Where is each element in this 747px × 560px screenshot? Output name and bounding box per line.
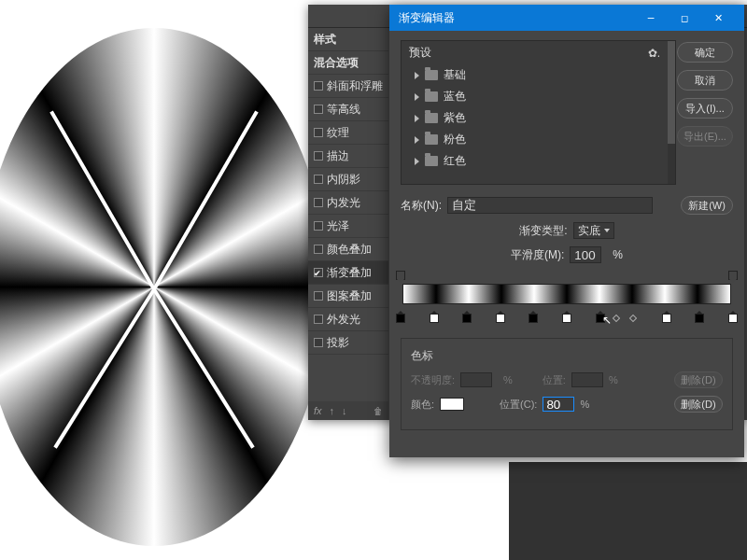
style-item-2[interactable]: 纹理	[308, 121, 388, 145]
checkbox[interactable]	[314, 268, 323, 277]
name-input[interactable]	[447, 197, 653, 214]
color-stop[interactable]	[462, 314, 472, 323]
style-item-7[interactable]: 颜色叠加	[308, 238, 388, 261]
checkbox[interactable]	[314, 151, 323, 161]
gradient-editor-titlebar[interactable]: 渐变编辑器	[389, 5, 744, 31]
style-item-10[interactable]: 外发光	[308, 308, 388, 331]
stops-section-label: 色标	[411, 348, 723, 364]
opacity-stop[interactable]	[728, 271, 738, 280]
style-item-label: 投影	[327, 335, 349, 351]
color-position-input[interactable]	[543, 397, 574, 412]
color-position-label: 位置(C):	[500, 398, 537, 412]
folder-label: 基础	[444, 67, 466, 83]
midpoint-diamond[interactable]	[629, 315, 637, 322]
checkbox[interactable]	[314, 105, 323, 114]
style-item-1[interactable]: 等高线	[308, 98, 388, 121]
checkbox[interactable]	[314, 338, 323, 347]
style-item-6[interactable]: 光泽	[308, 215, 388, 238]
preset-folder-2[interactable]: 紫色	[402, 107, 668, 129]
fx-icon[interactable]	[314, 404, 322, 417]
folder-icon	[425, 134, 438, 145]
name-label: 名称(N):	[401, 198, 442, 214]
folder-label: 紫色	[444, 110, 466, 126]
style-item-11[interactable]: 投影	[308, 331, 388, 355]
opacity-input	[460, 372, 492, 387]
checkbox[interactable]	[314, 128, 323, 137]
checkbox[interactable]	[314, 198, 323, 207]
scrollbar-thumb[interactable]	[668, 41, 675, 144]
styles-header[interactable]: 样式	[308, 28, 388, 51]
position-label: 位置:	[543, 373, 566, 387]
chevron-down-icon	[604, 229, 610, 232]
style-item-8[interactable]: 渐变叠加	[308, 261, 388, 285]
trash-icon[interactable]	[374, 404, 383, 417]
color-stop[interactable]	[496, 314, 505, 323]
preset-folder-4[interactable]: 红色	[402, 150, 668, 172]
export-button[interactable]: 导出(E)...	[677, 126, 733, 147]
move-down-icon[interactable]	[342, 404, 347, 417]
folder-icon	[425, 113, 438, 123]
color-stop[interactable]	[430, 314, 439, 323]
checkbox[interactable]	[314, 315, 323, 324]
gear-icon[interactable]: ✿.	[648, 47, 660, 60]
new-button[interactable]: 新建(W)	[681, 196, 733, 215]
preset-folder-0[interactable]: 基础	[402, 64, 668, 86]
preset-folder-3[interactable]: 粉色	[402, 129, 668, 150]
opacity-stop[interactable]	[396, 271, 405, 280]
presets-scrollbar[interactable]	[668, 41, 675, 184]
color-label: 颜色:	[411, 398, 434, 412]
checkbox[interactable]	[314, 291, 323, 301]
close-button[interactable]	[701, 5, 735, 31]
folder-label: 蓝色	[444, 89, 466, 105]
gradient-bar-area[interactable]: ↖	[401, 271, 733, 323]
color-stop[interactable]	[662, 314, 671, 323]
color-stop-row: 颜色: 位置(C): % 删除(D)	[411, 396, 723, 413]
maximize-button[interactable]	[668, 5, 701, 31]
cancel-button[interactable]: 取消	[677, 70, 733, 91]
checkbox[interactable]	[314, 81, 323, 91]
smooth-row: 平滑度(M): %	[401, 246, 733, 263]
disclosure-triangle-icon	[415, 93, 419, 101]
style-item-label: 内发光	[327, 195, 360, 211]
style-item-9[interactable]: 图案叠加	[308, 285, 388, 308]
preset-folder-1[interactable]: 蓝色	[402, 86, 668, 107]
color-stop[interactable]	[396, 314, 405, 323]
gradient-bar[interactable]	[402, 284, 731, 304]
opacity-position-input	[571, 372, 603, 387]
folder-label: 红色	[444, 153, 466, 169]
checkbox[interactable]	[314, 245, 323, 254]
folder-label: 粉色	[444, 132, 466, 147]
color-swatch[interactable]	[440, 398, 464, 411]
style-item-label: 斜面和浮雕	[327, 78, 383, 94]
type-select[interactable]: 实底	[573, 222, 614, 239]
close-icon	[714, 11, 723, 24]
disclosure-triangle-icon	[415, 72, 419, 79]
style-item-label: 纹理	[327, 125, 349, 141]
style-item-3[interactable]: 描边	[308, 145, 388, 168]
presets-label: 预设	[409, 45, 648, 61]
color-stop[interactable]	[562, 314, 571, 323]
smoothness-input[interactable]	[570, 246, 601, 263]
style-item-label: 等高线	[327, 102, 360, 118]
style-item-5[interactable]: 内发光	[308, 191, 388, 215]
color-stop[interactable]	[728, 314, 738, 323]
checkbox[interactable]	[314, 221, 323, 231]
gradient-preview-shape	[0, 28, 327, 546]
midpoint-diamond[interactable]	[613, 315, 620, 322]
square-icon	[681, 11, 688, 24]
name-row: 名称(N): 新建(W)	[401, 196, 733, 215]
move-up-icon[interactable]	[330, 404, 335, 417]
ok-button[interactable]: 确定	[677, 42, 733, 63]
color-stop[interactable]	[695, 314, 704, 323]
style-item-label: 渐变叠加	[327, 265, 372, 281]
minimize-button[interactable]	[634, 5, 668, 31]
style-item-4[interactable]: 内阴影	[308, 168, 388, 191]
import-button[interactable]: 导入(I)...	[677, 98, 733, 119]
delete-color-stop-button[interactable]: 删除(D)	[674, 396, 723, 413]
style-item-0[interactable]: 斜面和浮雕	[308, 75, 388, 98]
stops-section: 色标 不透明度: % 位置: % 删除(D) 颜色: 位置(C): %	[401, 338, 733, 430]
blend-options-header[interactable]: 混合选项	[308, 51, 388, 75]
color-stop[interactable]	[529, 314, 538, 323]
layer-style-footer	[308, 401, 388, 420]
checkbox[interactable]	[314, 175, 323, 184]
